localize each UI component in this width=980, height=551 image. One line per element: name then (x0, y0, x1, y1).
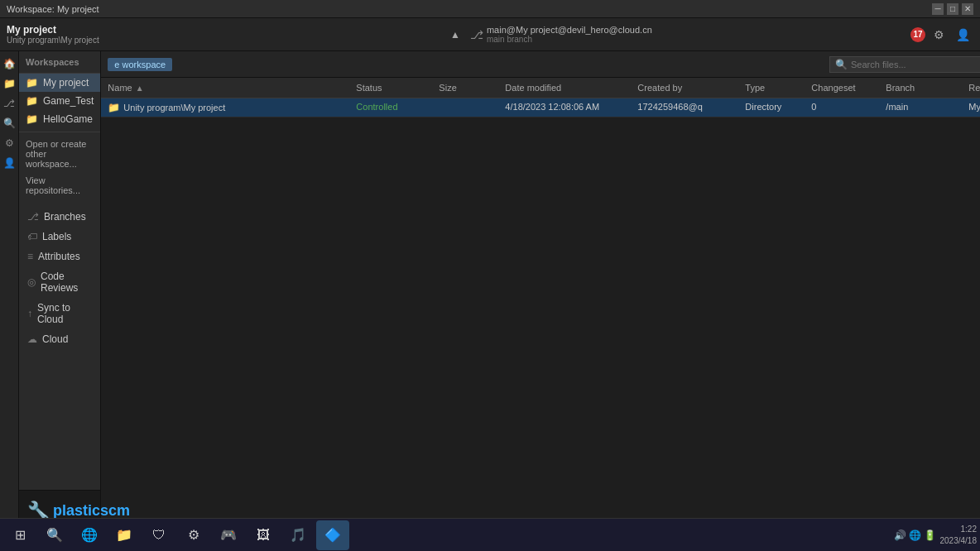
sidebar-icon-settings[interactable]: ⚙ (0, 134, 18, 152)
workspace-panel-header: Workspaces (19, 51, 100, 74)
nav-item-sync-cloud[interactable]: ↑ Sync to Cloud (19, 298, 100, 329)
workspace-item-name-game-test: Game_Test (43, 95, 94, 107)
workspace-info: My project Unity program\My project (7, 24, 440, 45)
taskbar: ⊞ 🔍 🌐 📁 🛡 ⚙ 🎮 🖼 🎵 🔷 🔊 🌐 🔋 1:22 2023/4/18 (0, 518, 980, 551)
nav-item-branches-label: Branches (44, 211, 86, 223)
branch-label: main@My project@devil_hero@cloud.cn (487, 25, 652, 35)
col-header-status[interactable]: Status (349, 81, 432, 94)
sidebar-icon-home[interactable]: 🏠 (0, 55, 18, 73)
workspace-item-my-project[interactable]: 📁 My project (19, 74, 100, 92)
sync-cloud-icon: ↑ (27, 308, 32, 319)
open-workspace-label: Open or create other workspace... (26, 139, 94, 169)
col-header-size[interactable]: Size (432, 81, 498, 94)
nav-item-labels-label: Labels (42, 231, 71, 242)
view-repositories-action[interactable]: View repositories... (19, 172, 100, 199)
taskbar-search-button[interactable]: 🔍 (38, 520, 71, 550)
sidebar-icon-files[interactable]: 📁 (0, 74, 18, 93)
main-layout: 🏠 📁 ⎇ 🔍 ⚙ 👤 Workspaces 📁 My project 📁 Ga… (0, 51, 980, 531)
branches-icon: ⎇ (27, 211, 39, 223)
table-row[interactable]: 📁 Unity program\My project Controlled 4/… (101, 98, 980, 117)
workspace-folder-icon-2: 📁 (26, 95, 38, 107)
taskbar-explorer-button[interactable]: 📁 (108, 520, 141, 550)
content-toolbar: e workspace 🔍 Show details ? (101, 51, 980, 78)
taskbar-shield-button[interactable]: 🛡 (142, 520, 175, 550)
folder-icon: 📁 (108, 102, 120, 113)
attributes-icon: ≡ (27, 251, 33, 262)
minimize-button[interactable]: ─ (932, 3, 944, 15)
sort-arrow-icon: ▲ (136, 84, 144, 93)
content-area: e workspace 🔍 Show details ? Name ▲ Stat… (101, 51, 980, 531)
sidebar-icon-user[interactable]: 👤 (0, 154, 18, 172)
cell-status: Controlled (349, 100, 432, 115)
close-button[interactable]: ✕ (962, 3, 973, 15)
cell-name: 📁 Unity program\My project (101, 100, 349, 115)
workspace-item-name-my-project: My project (43, 77, 89, 89)
workspace-divider (19, 132, 100, 132)
cloud-icon: ☁ (27, 333, 37, 345)
title-bar-title: Workspace: My project (7, 4, 99, 14)
nav-item-code-reviews-label: Code Reviews (41, 271, 92, 294)
nav-item-attributes[interactable]: ≡ Attributes (19, 247, 100, 266)
cell-type: Directory (738, 100, 805, 115)
nav-item-attributes-label: Attributes (38, 251, 80, 262)
notification-badge[interactable]: 17 (910, 27, 925, 42)
cell-changeset: 0 (805, 100, 879, 115)
col-header-type[interactable]: Type (738, 81, 805, 94)
code-reviews-icon: ◎ (27, 276, 36, 288)
maximize-button[interactable]: □ (947, 3, 958, 15)
start-button[interactable]: ⊞ (3, 520, 36, 550)
col-header-branch[interactable]: Branch (879, 81, 962, 94)
nav-sidebar: ⎇ Branches 🏷 Labels ≡ Attributes ◎ Code … (19, 207, 100, 349)
sidebar-icon-search[interactable]: 🔍 (0, 114, 18, 132)
sidebar-icon-branches[interactable]: ⎇ (0, 94, 18, 113)
cell-branch: /main (879, 100, 962, 115)
col-header-repo[interactable]: Repository (962, 81, 980, 94)
nav-item-code-reviews[interactable]: ◎ Code Reviews (19, 266, 100, 298)
taskbar-game-button[interactable]: 🎮 (212, 520, 245, 550)
table-header: Name ▲ Status Size Date modified Created… (101, 78, 980, 98)
branch-sub: main branch (487, 35, 652, 44)
user-icon-button[interactable]: 👤 (953, 26, 973, 43)
workspace-panel: Workspaces 📁 My project 📁 Game_Test 📁 He… (19, 51, 101, 531)
header-bar: My project Unity program\My project ▲ ⎇ … (0, 18, 980, 51)
cell-repo: My project@devil_hero@ (962, 100, 980, 115)
col-header-name[interactable]: Name ▲ (101, 81, 349, 94)
workspace-item-name-hellogame: HelloGame (43, 113, 93, 125)
settings-icon-button[interactable]: ⚙ (930, 26, 948, 43)
cell-size (432, 100, 498, 115)
view-repos-label: View repositories... (26, 175, 94, 195)
taskbar-music-button[interactable]: 🎵 (281, 520, 315, 550)
labels-icon: 🏷 (27, 231, 37, 242)
open-create-workspace-action[interactable]: Open or create other workspace... (19, 136, 100, 172)
nav-item-labels[interactable]: 🏷 Labels (19, 227, 100, 247)
icon-sidebar: 🏠 📁 ⎇ 🔍 ⚙ 👤 (0, 51, 19, 531)
search-icon: 🔍 (835, 59, 848, 70)
logo-text: plasticscm (53, 502, 130, 520)
branch-info: ⎇ main@My project@devil_hero@cloud.cn ma… (470, 25, 904, 44)
header-right: 17 ⚙ 👤 (910, 26, 973, 43)
workspace-folder-icon: 📁 (26, 77, 38, 89)
title-bar-controls: ─ □ ✕ (932, 3, 973, 15)
cell-created: 1724259468@q (631, 100, 738, 115)
workspace-tag: e workspace (108, 58, 172, 71)
workspace-dropdown-button[interactable]: ▲ (447, 27, 464, 42)
taskbar-right: 🔊 🌐 🔋 1:22 2023/4/18 (894, 524, 977, 547)
workspace-item-game-test[interactable]: 📁 Game_Test (19, 92, 100, 110)
nav-item-cloud[interactable]: ☁ Cloud (19, 329, 100, 349)
workspace-folder-icon-3: 📁 (26, 113, 38, 125)
taskbar-time: 1:22 2023/4/18 (940, 524, 978, 547)
taskbar-system-icons: 🔊 🌐 🔋 (894, 529, 937, 541)
col-header-modified[interactable]: Date modified (498, 81, 631, 94)
taskbar-browser-button[interactable]: 🌐 (73, 520, 106, 550)
taskbar-image-button[interactable]: 🖼 (247, 520, 280, 550)
col-header-created[interactable]: Created by (631, 81, 738, 94)
search-input[interactable] (851, 60, 975, 69)
workspace-name: My project (7, 24, 440, 36)
taskbar-settings-button[interactable]: ⚙ (177, 520, 210, 550)
col-header-changeset[interactable]: Changeset (805, 81, 879, 94)
search-box: 🔍 (829, 56, 980, 73)
nav-item-branches[interactable]: ⎇ Branches (19, 207, 100, 227)
nav-item-sync-cloud-label: Sync to Cloud (37, 302, 92, 325)
taskbar-plastic-button[interactable]: 🔷 (316, 520, 349, 550)
workspace-item-hellogame[interactable]: 📁 HelloGame (19, 110, 100, 128)
